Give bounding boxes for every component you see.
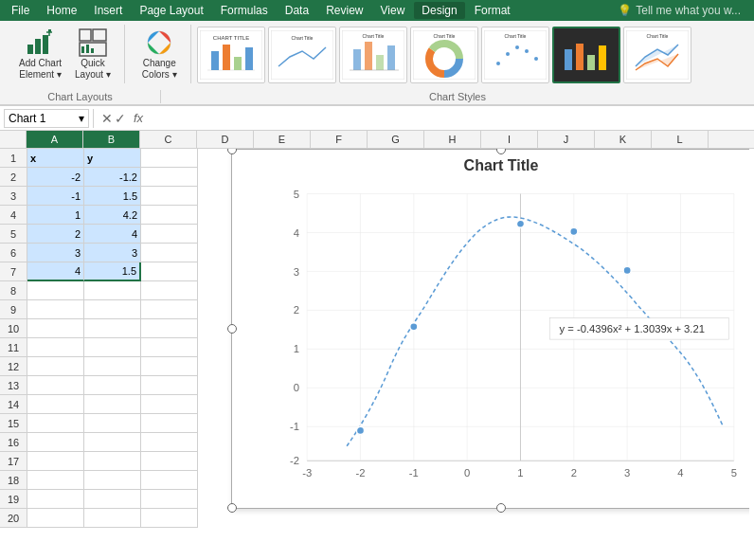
cell-c17[interactable]	[141, 452, 198, 471]
resize-handle-bm[interactable]	[496, 503, 506, 513]
cell-b1[interactable]: y	[84, 149, 141, 168]
cell-a20[interactable]	[27, 509, 84, 528]
col-header-e[interactable]: E	[254, 131, 311, 148]
chart-area[interactable]: Chart Title	[231, 149, 749, 509]
formula-input[interactable]	[147, 112, 750, 125]
cell-a9[interactable]	[27, 300, 84, 319]
chart-style-6[interactable]	[552, 27, 620, 83]
cell-c14[interactable]	[141, 395, 198, 414]
cell-a16[interactable]	[27, 433, 84, 452]
cell-b20[interactable]	[84, 509, 141, 528]
cell-c12[interactable]	[141, 357, 198, 376]
cell-c2[interactable]	[141, 168, 198, 187]
cell-a1[interactable]: x	[27, 149, 84, 168]
cell-c19[interactable]	[141, 490, 198, 509]
menu-file[interactable]: File	[4, 2, 37, 19]
chart-style-2[interactable]: Chart Title	[268, 27, 336, 83]
name-box[interactable]: Chart 1 ▾	[4, 109, 89, 128]
cell-c20[interactable]	[141, 509, 198, 528]
cell-b4[interactable]: 4.2	[84, 206, 141, 225]
cell-b3[interactable]: 1.5	[84, 187, 141, 206]
cell-b5[interactable]: 4	[84, 225, 141, 244]
quick-layout-button[interactable]: QuickLayout ▾	[69, 25, 117, 83]
cell-c3[interactable]	[141, 187, 198, 206]
cell-c5[interactable]	[141, 225, 198, 244]
cell-a15[interactable]	[27, 414, 84, 433]
cell-a11[interactable]	[27, 338, 84, 357]
menu-insert[interactable]: Insert	[86, 2, 130, 19]
confirm-icon[interactable]: ✓	[115, 111, 126, 126]
cell-b13[interactable]	[84, 376, 141, 395]
col-header-b[interactable]: B	[83, 131, 140, 148]
col-header-l[interactable]: L	[652, 131, 709, 148]
col-header-k[interactable]: K	[595, 131, 652, 148]
cell-a2[interactable]: -2	[27, 168, 84, 187]
cell-b17[interactable]	[84, 452, 141, 471]
chart-style-3[interactable]: Chart Title	[339, 27, 407, 83]
col-header-d[interactable]: D	[197, 131, 254, 148]
cell-a8[interactable]	[27, 281, 84, 300]
cancel-icon[interactable]: ✕	[101, 111, 113, 126]
menu-page-layout[interactable]: Page Layout	[132, 2, 210, 19]
col-header-j[interactable]: J	[538, 131, 595, 148]
cell-b10[interactable]	[84, 319, 141, 338]
cell-c9[interactable]	[141, 300, 198, 319]
cell-a3[interactable]: -1	[27, 187, 84, 206]
cell-a13[interactable]	[27, 376, 84, 395]
cell-c18[interactable]	[141, 471, 198, 490]
cell-c8[interactable]	[141, 281, 198, 300]
col-header-h[interactable]: H	[424, 131, 481, 148]
cell-c16[interactable]	[141, 433, 198, 452]
cell-b6[interactable]: 3	[84, 244, 141, 262]
cell-c10[interactable]	[141, 319, 198, 338]
cell-c15[interactable]	[141, 414, 198, 433]
cell-b7[interactable]: 1.5	[84, 262, 141, 281]
chart-style-5[interactable]: Chart Title	[481, 27, 549, 83]
cell-b15[interactable]	[84, 414, 141, 433]
menu-home[interactable]: Home	[39, 2, 84, 19]
cell-a17[interactable]	[27, 452, 84, 471]
col-header-i[interactable]: I	[481, 131, 538, 148]
add-chart-element-button[interactable]: Add ChartElement ▾	[13, 25, 67, 83]
cell-a12[interactable]	[27, 357, 84, 376]
menu-formulas[interactable]: Formulas	[213, 2, 276, 19]
resize-handle-ml[interactable]	[227, 324, 237, 334]
cell-b12[interactable]	[84, 357, 141, 376]
cell-a18[interactable]	[27, 471, 84, 490]
tell-me-box[interactable]: 💡 Tell me what you w...	[608, 1, 750, 20]
cell-c7[interactable]	[141, 262, 198, 281]
cell-a19[interactable]	[27, 490, 84, 509]
cell-a7[interactable]: 4	[27, 262, 84, 281]
cell-b11[interactable]	[84, 338, 141, 357]
cell-a4[interactable]: 1	[27, 206, 84, 225]
chart-style-4[interactable]: Chart Title	[410, 27, 478, 83]
cell-a6[interactable]: 3	[27, 244, 84, 262]
change-colors-button[interactable]: ChangeColors ▾	[136, 25, 183, 83]
col-header-g[interactable]: G	[368, 131, 424, 148]
cell-c1[interactable]	[141, 149, 198, 168]
cell-b2[interactable]: -1.2	[84, 168, 141, 187]
resize-handle-bl[interactable]	[227, 503, 237, 513]
cell-a5[interactable]: 2	[27, 225, 84, 244]
cell-a14[interactable]	[27, 395, 84, 414]
menu-data[interactable]: Data	[278, 2, 316, 19]
name-box-dropdown[interactable]: ▾	[79, 112, 84, 125]
cell-b19[interactable]	[84, 490, 141, 509]
col-header-c[interactable]: C	[140, 131, 197, 148]
cell-b16[interactable]	[84, 433, 141, 452]
cell-b14[interactable]	[84, 395, 141, 414]
cell-c6[interactable]	[141, 244, 198, 262]
menu-review[interactable]: Review	[318, 2, 370, 19]
cell-a10[interactable]	[27, 319, 84, 338]
menu-design[interactable]: Design	[414, 2, 464, 19]
cell-b9[interactable]	[84, 300, 141, 319]
cell-b18[interactable]	[84, 471, 141, 490]
cell-c11[interactable]	[141, 338, 198, 357]
chart-style-7[interactable]: Chart Title	[623, 27, 691, 83]
cell-b8[interactable]	[84, 281, 141, 300]
col-header-a[interactable]: A	[27, 131, 83, 148]
col-header-f[interactable]: F	[311, 131, 368, 148]
menu-view[interactable]: View	[373, 2, 413, 19]
cell-c4[interactable]	[141, 206, 198, 225]
cell-c13[interactable]	[141, 376, 198, 395]
